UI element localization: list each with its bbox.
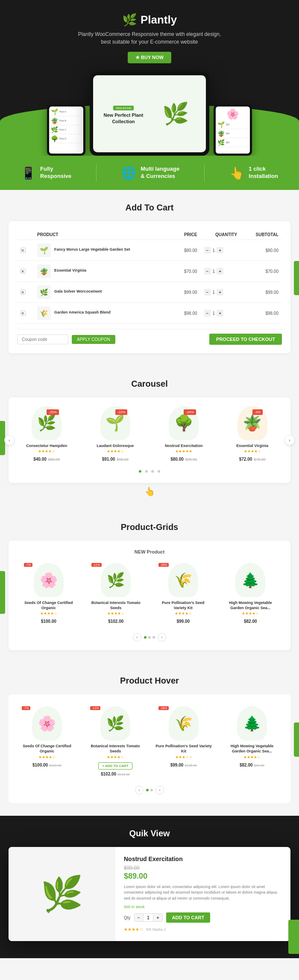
product-info: 🌿 Gala Solver Worcocement <box>37 285 170 299</box>
list-item: 🌲 High Mowing Vegetable Garden Organic S… <box>220 703 284 780</box>
side-mockup-right: 🌸 🌱$20 🪴$35 🌿$50 <box>214 104 252 156</box>
product-image: 🌾 <box>169 706 199 740</box>
nav-dot-1[interactable] <box>139 470 141 473</box>
row-checkbox[interactable]: ✕ <box>21 311 26 316</box>
list-item: -22% 🌱 Laudant Doloresque ★★★★☆ $91.00$9… <box>84 406 147 462</box>
hover-prev-button[interactable]: ‹ <box>135 786 144 794</box>
product-image: 🌸 <box>32 706 62 740</box>
list-item: -7% 🌸 Seeds Of Change Certified Organic … <box>15 703 79 780</box>
product-image: 🌲 <box>235 563 265 597</box>
cart-table: PRODUCT PRICE QUANTITY SUBTOTAL ✕ 🌱 Fanc… <box>17 230 282 324</box>
product-thumb: 🌾 <box>37 306 51 320</box>
quickview-product-image: 🌿 <box>9 847 115 941</box>
grid-dot-3[interactable] <box>152 636 155 639</box>
qv-qty-value: 1 <box>143 914 153 921</box>
grid-dot-2[interactable] <box>148 636 151 639</box>
add-to-cart-button[interactable]: + ADD TO CART <box>98 762 132 770</box>
qty-increase[interactable]: + <box>217 247 223 254</box>
carousel-title: Carousel <box>9 379 290 389</box>
product-image-wrap: -3% 🪴 <box>237 406 267 440</box>
list-item: -11% 🌿 Botanical Interests Tomato Seeds … <box>83 703 147 780</box>
grid-prev-button[interactable]: ‹ <box>133 633 141 642</box>
product-image-wrap: -25% 🌿 <box>32 406 62 440</box>
col-check <box>17 230 34 240</box>
cart-card: PRODUCT PRICE QUANTITY SUBTOTAL ✕ 🌱 Fanc… <box>9 221 290 353</box>
carousel-items: -25% 🌿 Consectetur Hampden ★★★★☆ $40.00$… <box>15 406 284 462</box>
col-product: PRODUCT <box>34 230 173 240</box>
product-grid: -7% 🌸 Seeds Of Change Certified Organic … <box>17 560 282 628</box>
product-image-wrap: -11% 🌿 <box>88 563 144 597</box>
grid-nav: ‹ › <box>17 633 282 642</box>
qty-increase[interactable]: + <box>217 310 223 317</box>
logo-text: Plantly <box>141 13 177 27</box>
tablet-mockup: New Arrival New Perfect Plant Collection… <box>90 72 209 156</box>
quickview-details: Nostrud Exercitation $99.00 $89.00 Lorem… <box>115 847 290 941</box>
qty-increase[interactable]: + <box>217 289 223 296</box>
qty-decrease[interactable]: − <box>204 310 211 317</box>
qty-control: − 1 + <box>204 289 237 296</box>
table-row: ✕ 🌿 Gala Solver Worcocement $99.00 − 1 + <box>17 282 282 303</box>
table-row: ✕ 🌱 Fancy Morus Large Vegetable Garden S… <box>17 240 282 261</box>
carousel-card: ‹ › -25% 🌿 Consectetur Hampden ★★★★☆ $40… <box>9 397 290 483</box>
hover-dot-2[interactable] <box>150 789 153 791</box>
product-image-wrap: -7% 🌸 <box>18 706 76 740</box>
product-image: 🌿 <box>100 706 130 740</box>
hover-next-button[interactable]: › <box>155 786 164 794</box>
qty-decrease[interactable]: − <box>204 289 211 296</box>
qty-increase[interactable]: + <box>217 268 223 275</box>
product-hover-section: Product Hover -7% 🌸 Seeds Of Change Cert… <box>0 663 299 815</box>
product-grids-card: NEW Product -7% 🌸 Seeds Of Change Certif… <box>9 541 290 650</box>
carousel-next-button[interactable]: › <box>284 435 295 445</box>
qv-qty-decrease[interactable]: − <box>135 914 143 921</box>
add-to-cart-section: Add To Cart PRODUCT PRICE QUANTITY SUBTO… <box>0 190 299 366</box>
product-grids-title: Product-Grids <box>9 522 290 532</box>
logo-icon: 🌿 <box>122 13 137 27</box>
product-image-wrap: -22% 🌱 <box>100 406 130 440</box>
qty-decrease[interactable]: − <box>204 268 211 275</box>
row-checkbox[interactable]: ✕ <box>21 269 26 274</box>
nav-dot-4[interactable] <box>158 470 160 473</box>
list-item: -26% 🌾 Pure Pollination's Seed Variety K… <box>152 703 216 780</box>
product-image-wrap: 🌲 <box>223 563 279 597</box>
quickview-rating: ★★★★☆ 5/5 Marks 2 <box>124 927 282 932</box>
nav-dot-3[interactable] <box>151 470 154 473</box>
hover-dot-1[interactable] <box>146 789 149 791</box>
deco-right-bottom <box>288 920 299 954</box>
quick-view-section: Quik View 🌿 Nostrud Exercitation $99.00 … <box>0 816 299 958</box>
grid-dot-1[interactable] <box>144 636 147 639</box>
hero-subtitle: Plantly WooCommerce Responsive theme wit… <box>9 30 290 46</box>
row-checkbox[interactable]: ✕ <box>21 248 26 253</box>
list-item: -26% 🌾 Pure Pollination's Seed Variety K… <box>152 560 215 628</box>
product-image: 🌸 <box>34 563 64 597</box>
hover-nav: ‹ › <box>15 786 284 794</box>
product-image-wrap: -24% 🌳 <box>169 406 199 440</box>
quickview-qty-row: Qty − 1 + ADD TO CART <box>124 912 282 923</box>
qty-decrease[interactable]: − <box>204 247 211 254</box>
carousel-prev-button[interactable]: ‹ <box>4 435 15 445</box>
product-hover-grid: -7% 🌸 Seeds Of Change Certified Organic … <box>15 703 284 780</box>
buy-now-button[interactable]: ★ BUY NOW <box>128 52 171 63</box>
table-row: ✕ 🪴 Essential Virginia $70.00 − 1 + <box>17 261 282 282</box>
feature-install: 👆 1 clickInstallation <box>229 166 278 180</box>
quickview-price-new: $89.00 <box>124 872 282 881</box>
product-image: 🌾 <box>168 563 198 597</box>
grid-nav-dots <box>144 636 155 639</box>
hero-mockup: 🌱Plant A 🪴Plant B 🌿Plant C 🌳Plant D New … <box>9 72 290 156</box>
qv-qty-increase[interactable]: + <box>153 914 162 921</box>
features-bar: 📱 FullyResponsive 🌐 Multi language& Curr… <box>0 156 299 190</box>
row-checkbox[interactable]: ✕ <box>21 290 26 295</box>
deco-left <box>0 571 5 614</box>
feature-multilang: 🌐 Multi language& Currencies <box>121 166 179 180</box>
quickview-add-to-cart-button[interactable]: ADD TO CART <box>166 912 211 923</box>
col-subtotal: SUBTOTAL <box>240 230 282 240</box>
deco-right <box>294 722 299 757</box>
product-image: 🌲 <box>237 706 267 740</box>
qty-control: − 1 + <box>204 247 237 254</box>
coupon-input[interactable] <box>17 335 68 344</box>
grid-next-button[interactable]: › <box>158 633 166 642</box>
apply-coupon-button[interactable]: APPLY COUPON <box>72 335 115 344</box>
checkout-button[interactable]: PROCEED TO CHECKOUT <box>209 334 282 345</box>
qty-control: − 1 + <box>204 310 237 317</box>
list-item: -7% 🌸 Seeds Of Change Certified Organic … <box>17 560 80 628</box>
nav-dot-2[interactable] <box>145 470 148 473</box>
